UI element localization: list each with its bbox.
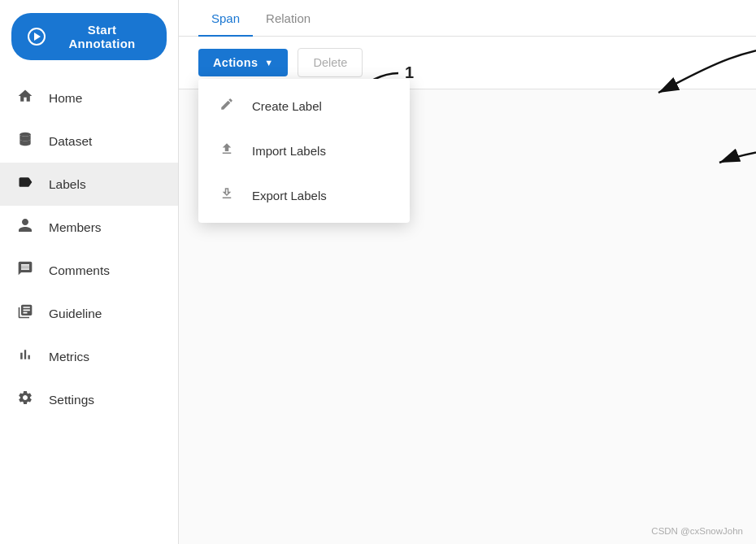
dropdown-item-import-labels[interactable]: Import Labels [198, 128, 410, 173]
tabs-bar: Span Relation [179, 0, 756, 37]
sidebar-item-comments[interactable]: Comments [0, 249, 178, 292]
tab-span[interactable]: Span [198, 0, 253, 37]
sidebar-label-members: Members [49, 220, 102, 235]
play-icon [28, 28, 46, 46]
delete-button[interactable]: Delete [298, 48, 363, 77]
sidebar-label-metrics: Metrics [49, 350, 89, 364]
sidebar-item-metrics[interactable]: Metrics [0, 335, 178, 378]
database-icon [16, 131, 34, 151]
toolbar: Actions ▼ Delete Create Label Import Lab… [179, 37, 756, 89]
watermark: CSDN @cxSnowJohn [651, 526, 743, 536]
chevron-down-icon: ▼ [264, 58, 273, 67]
dropdown-label-create-label: Create Label [252, 99, 322, 113]
tab-relation[interactable]: Relation [253, 0, 324, 37]
sidebar-item-guideline[interactable]: Guideline [0, 292, 178, 335]
start-annotation-button[interactable]: Start Annotation [11, 13, 167, 60]
actions-button[interactable]: Actions ▼ [198, 49, 288, 76]
delete-label: Delete [313, 56, 347, 69]
main-content: Span Relation Actions ▼ Delete Create La… [179, 0, 756, 544]
dropdown-label-export-labels: Export Labels [252, 189, 327, 202]
upload-icon [218, 141, 236, 160]
comment-icon [16, 260, 34, 281]
sidebar-label-labels: Labels [49, 177, 86, 192]
annotation-arrow-3: 3 [602, 134, 756, 183]
sidebar-item-labels[interactable]: Labels [0, 163, 178, 206]
sidebar-item-members[interactable]: Members [0, 206, 178, 249]
pencil-icon [218, 97, 236, 115]
sidebar-label-comments: Comments [49, 263, 110, 278]
start-annotation-label: Start Annotation [54, 23, 150, 50]
sidebar-item-dataset[interactable]: Dataset [0, 120, 178, 163]
svg-point-0 [20, 133, 30, 137]
actions-dropdown-menu: Create Label Import Labels Export Labels [198, 79, 410, 223]
dropdown-item-export-labels[interactable]: Export Labels [198, 173, 410, 218]
dropdown-label-import-labels: Import Labels [252, 144, 326, 158]
sidebar-item-settings[interactable]: Settings [0, 378, 178, 421]
settings-icon [16, 390, 34, 410]
download-icon [218, 186, 236, 205]
person-icon [16, 217, 34, 237]
play-triangle-icon [34, 33, 41, 41]
dropdown-item-create-label[interactable]: Create Label [198, 84, 410, 128]
sidebar-item-home[interactable]: Home [0, 76, 178, 120]
home-icon [16, 88, 34, 108]
sidebar-label-dataset: Dataset [49, 134, 92, 149]
sidebar-label-settings: Settings [49, 393, 94, 407]
book-icon [16, 303, 34, 324]
bar-chart-icon [16, 346, 34, 367]
sidebar-label-home: Home [49, 91, 82, 106]
sidebar-label-guideline: Guideline [49, 307, 102, 321]
label-icon [16, 174, 34, 194]
sidebar: Start Annotation Home Dataset Labels Mem… [0, 0, 179, 544]
actions-label: Actions [213, 56, 258, 69]
